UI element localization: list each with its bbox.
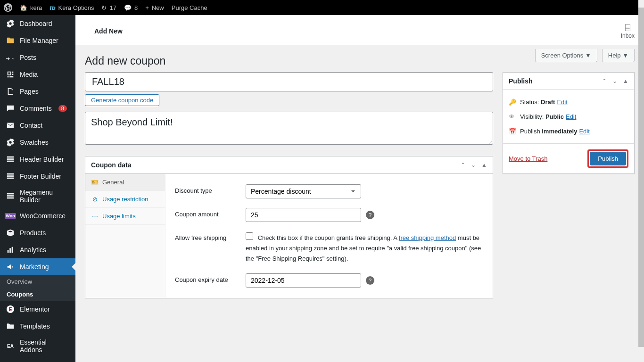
svg-rect-8 (7, 197, 14, 199)
toolbar-purge-cache[interactable]: Purge Cache (172, 4, 207, 11)
menu-icon (6, 138, 15, 147)
svg-rect-10 (9, 248, 11, 253)
coupon-tab-general[interactable]: 🎫General (85, 174, 165, 191)
page-header: Add New ⌸ Inbox (75, 15, 644, 45)
admin-sidebar: DashboardFile ManagerPostsMediaPagesComm… (0, 15, 75, 362)
menu-icon (6, 19, 15, 28)
help-tip-icon[interactable]: ? (366, 211, 374, 219)
page-header-title: Add New (94, 27, 123, 35)
submenu-item-overview[interactable]: Overview (0, 275, 75, 288)
screen-options-button[interactable]: Screen Options ▼ (535, 49, 597, 62)
menu-icon (6, 53, 15, 62)
tab-icon: 🎫 (91, 179, 99, 186)
tab-icon: ⋯ (91, 213, 99, 220)
free-shipping-checkbox[interactable] (246, 232, 253, 240)
svg-rect-11 (12, 247, 13, 253)
edit-date-link[interactable]: Edit (579, 128, 589, 135)
triangle-up-icon[interactable]: ▲ (623, 78, 628, 84)
free-shipping-label: Allow free shipping (175, 231, 246, 241)
refresh-icon: ↻ (101, 4, 107, 11)
publish-button[interactable]: Publish (590, 152, 626, 165)
sidebar-item-header-builder[interactable]: Header Builder (0, 151, 75, 168)
chevron-down-icon[interactable]: ⌄ (612, 78, 617, 84)
sidebar-item-file-manager[interactable]: File Manager (0, 32, 75, 49)
inbox-button[interactable]: ⌸ Inbox (621, 23, 635, 39)
svg-rect-1 (7, 158, 14, 160)
coupon-description-input[interactable] (85, 112, 493, 145)
menu-icon (6, 70, 15, 79)
chevron-up-icon[interactable]: ⌃ (602, 78, 607, 84)
menu-icon (6, 191, 15, 201)
sidebar-item-comments[interactable]: Comments8 (0, 100, 75, 117)
sidebar-item-templates[interactable]: Templates (0, 318, 75, 335)
inbox-icon: ⌸ (621, 23, 635, 33)
toolbar-site[interactable]: 🏠kera (20, 4, 42, 11)
menu-icon (6, 245, 15, 255)
menu-icon (6, 321, 15, 331)
eye-icon: 👁 (509, 113, 516, 120)
sidebar-item-elementor[interactable]: EElementor (0, 301, 75, 318)
calendar-icon: 📅 (509, 128, 516, 135)
menu-icon: EA (6, 341, 15, 351)
sidebar-item-swatches[interactable]: Swatches (0, 134, 75, 151)
help-tip-icon[interactable]: ? (366, 276, 374, 285)
svg-rect-0 (7, 156, 14, 158)
menu-icon (6, 36, 15, 45)
generate-coupon-button[interactable]: Generate coupon code (85, 94, 159, 106)
coupon-tabs: 🎫General⊘Usage restriction⋯Usage limits (85, 174, 165, 298)
menu-icon (6, 228, 15, 238)
sidebar-item-posts[interactable]: Posts (0, 49, 75, 66)
move-to-trash-link[interactable]: Move to Trash (509, 155, 547, 162)
sidebar-item-marketing[interactable]: Marketing (0, 258, 75, 275)
sidebar-item-woocommerce[interactable]: WooWooCommerce (0, 207, 75, 224)
home-icon: 🏠 (20, 4, 27, 11)
chevron-up-icon[interactable]: ⌃ (461, 162, 465, 168)
coupon-amount-input[interactable] (246, 208, 361, 222)
svg-rect-7 (7, 195, 14, 197)
coupon-data-title: Coupon data (91, 161, 132, 169)
svg-rect-3 (7, 173, 14, 175)
sidebar-item-analytics[interactable]: Analytics (0, 241, 75, 258)
sidebar-item-megamenu-builder[interactable]: Megamenu Builder (0, 185, 75, 207)
submenu-item-coupons[interactable]: Coupons (0, 288, 75, 301)
coupon-tab-usage-limits[interactable]: ⋯Usage limits (85, 208, 165, 225)
sidebar-item-media[interactable]: Media (0, 66, 75, 83)
svg-rect-4 (7, 175, 14, 177)
svg-rect-6 (7, 193, 14, 195)
toolbar-new[interactable]: +New (145, 4, 164, 11)
publish-box-title: Publish (509, 77, 533, 85)
svg-rect-2 (7, 161, 14, 162)
sidebar-item-footer-builder[interactable]: Footer Builder (0, 168, 75, 185)
toolbar-comments[interactable]: 💬8 (124, 4, 138, 11)
edit-visibility-link[interactable]: Edit (566, 113, 576, 120)
toolbar-theme-options[interactable]: tbKera Options (50, 4, 94, 11)
plus-icon: + (145, 4, 149, 11)
wordpress-logo[interactable] (4, 3, 12, 12)
coupon-code-input[interactable] (85, 72, 493, 91)
discount-type-select[interactable]: Percentage discount (246, 184, 361, 198)
triangle-up-icon[interactable]: ▲ (481, 162, 487, 168)
coupon-amount-label: Coupon amount (175, 208, 246, 218)
sidebar-item-products[interactable]: Products (0, 224, 75, 241)
expiry-date-input[interactable] (246, 273, 361, 288)
badge: 8 (58, 105, 67, 112)
menu-icon (6, 121, 15, 130)
help-button[interactable]: Help ▼ (602, 49, 635, 62)
coupon-tab-usage-restriction[interactable]: ⊘Usage restriction (85, 191, 165, 208)
toolbar-updates[interactable]: ↻17 (101, 4, 116, 11)
edit-status-link[interactable]: Edit (557, 99, 567, 106)
sidebar-item-dashboard[interactable]: Dashboard (0, 15, 75, 32)
key-icon: 🔑 (509, 99, 516, 106)
menu-icon (6, 104, 15, 113)
discount-type-label: Discount type (175, 184, 246, 194)
scrollbar[interactable] (638, 0, 644, 362)
content-area: Add New ⌸ Inbox Screen Options ▼ Help ▼ … (75, 15, 644, 362)
sidebar-item-contact[interactable]: Contact (0, 117, 75, 134)
free-shipping-method-link[interactable]: free shipping method (399, 234, 456, 241)
chevron-down-icon[interactable]: ⌄ (471, 162, 476, 168)
sidebar-item-essential-addons[interactable]: EAEssential Addons (0, 335, 75, 357)
tab-icon: ⊘ (91, 196, 99, 203)
menu-icon: Woo (6, 211, 15, 221)
theme-logo-icon: tb (50, 4, 55, 11)
sidebar-item-pages[interactable]: Pages (0, 83, 75, 100)
